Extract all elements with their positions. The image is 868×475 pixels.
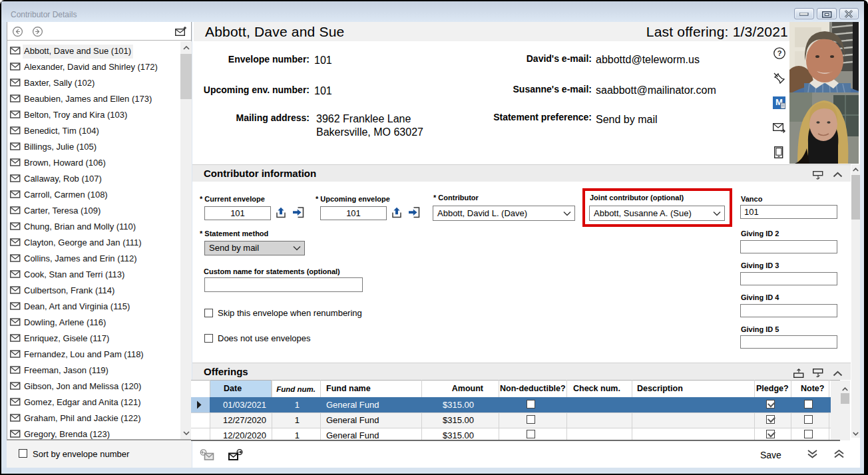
svg-text:?: ? <box>777 49 782 57</box>
